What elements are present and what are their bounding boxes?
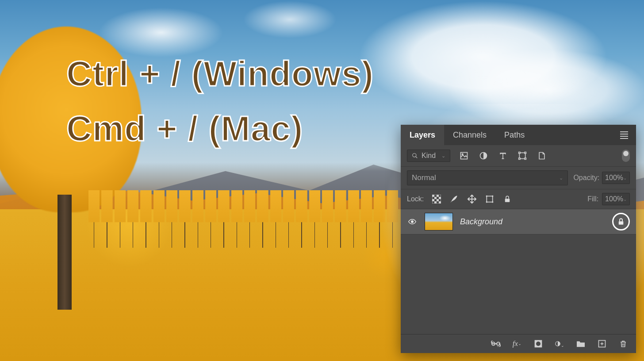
add-mask-icon[interactable] (533, 339, 543, 349)
svg-rect-6 (519, 152, 520, 154)
svg-rect-16 (437, 199, 439, 201)
lock-position-icon[interactable] (467, 194, 477, 204)
visibility-toggle-icon[interactable] (407, 218, 418, 226)
filter-pixel-icon[interactable] (459, 151, 469, 161)
opacity-value: 100% (605, 174, 623, 182)
tab-label: Paths (504, 131, 525, 140)
layer-item[interactable]: Background (401, 209, 636, 234)
svg-rect-7 (525, 152, 526, 154)
panel-footer: fx⌄ ⌄ (401, 334, 636, 353)
fill-label: Fill: (587, 195, 598, 203)
shortcut-windows-text: Ctrl + / (Windows) (66, 46, 374, 101)
shortcut-mac-text: Cmd + / (Mac) (66, 101, 374, 156)
lock-label: Lock: (407, 195, 424, 203)
layer-effects-icon[interactable]: fx⌄ (512, 339, 522, 349)
tree-row (88, 190, 398, 248)
tab-layers[interactable]: Layers (401, 125, 444, 145)
svg-rect-8 (519, 158, 520, 159)
filter-row: Kind ⌄ (401, 145, 636, 167)
kind-label: Kind (422, 152, 436, 160)
canvas: Ctrl + / (Windows) Cmd + / (Mac) Layers … (0, 0, 644, 361)
filter-type-icon[interactable] (498, 151, 508, 161)
lock-pixels-icon[interactable] (449, 194, 459, 204)
tab-channels[interactable]: Channels (444, 125, 495, 145)
shortcut-overlay: Ctrl + / (Windows) Cmd + / (Mac) (66, 46, 374, 156)
svg-rect-12 (437, 195, 439, 197)
svg-rect-14 (439, 197, 441, 199)
new-layer-icon[interactable] (597, 339, 607, 349)
blend-mode-value: Normal (412, 173, 436, 182)
svg-point-3 (462, 154, 463, 155)
search-icon (412, 153, 418, 159)
chevron-down-icon: ⌄ (623, 197, 627, 202)
svg-rect-18 (439, 201, 441, 204)
fill-group: Fill: 100% ⌄ (587, 193, 630, 205)
svg-point-29 (411, 221, 414, 223)
tab-paths[interactable]: Paths (495, 125, 533, 145)
layer-lock-indicator[interactable] (612, 213, 630, 230)
layers-panel: Layers Channels Paths Kind ⌄ (401, 125, 636, 353)
new-group-icon[interactable] (576, 339, 586, 349)
layer-thumbnail[interactable] (425, 213, 453, 230)
svg-rect-9 (525, 158, 526, 159)
filter-toggle[interactable] (622, 150, 630, 162)
lock-artboard-icon[interactable] (485, 194, 494, 204)
layer-name: Background (460, 217, 502, 227)
filter-shape-icon[interactable] (518, 151, 527, 161)
filter-kind-select[interactable]: Kind ⌄ (407, 150, 450, 162)
chevron-down-icon: ⌄ (441, 153, 445, 159)
lock-transparency-icon[interactable] (432, 194, 441, 204)
svg-rect-17 (434, 201, 437, 204)
panel-tabs: Layers Channels Paths (401, 125, 636, 145)
filter-smartobject-icon[interactable] (537, 151, 547, 161)
tab-label: Layers (410, 131, 435, 140)
lock-all-icon[interactable] (502, 194, 512, 204)
link-layers-icon[interactable] (491, 339, 501, 349)
svg-rect-13 (434, 197, 437, 199)
svg-rect-11 (432, 195, 434, 197)
fill-input[interactable]: 100% ⌄ (602, 193, 630, 205)
svg-point-0 (413, 154, 416, 157)
delete-layer-icon[interactable] (618, 339, 628, 349)
panel-menu-icon[interactable] (615, 131, 633, 139)
svg-rect-15 (432, 199, 434, 201)
svg-point-35 (536, 342, 540, 346)
chevron-down-icon: ⌄ (623, 176, 627, 180)
svg-line-1 (416, 157, 418, 158)
svg-rect-28 (505, 199, 510, 202)
chevron-down-icon: ⌄ (559, 175, 563, 181)
lock-row: Lock: Fill: 100% ⌄ (401, 189, 636, 209)
filter-type-icons (459, 151, 547, 161)
new-adjustment-layer-icon[interactable]: ⌄ (555, 339, 564, 349)
filter-adjustment-icon[interactable] (479, 151, 488, 161)
tab-label: Channels (453, 131, 487, 140)
svg-rect-19 (487, 196, 493, 202)
blend-row: Normal ⌄ Opacity: 100% ⌄ (401, 167, 636, 189)
layer-list: Background (401, 209, 636, 334)
opacity-label: Opacity: (573, 174, 599, 182)
svg-rect-30 (619, 221, 624, 225)
opacity-input[interactable]: 100% ⌄ (602, 172, 630, 184)
opacity-group: Opacity: 100% ⌄ (573, 172, 630, 184)
blend-mode-select[interactable]: Normal ⌄ (407, 170, 568, 185)
fill-value: 100% (605, 195, 623, 203)
